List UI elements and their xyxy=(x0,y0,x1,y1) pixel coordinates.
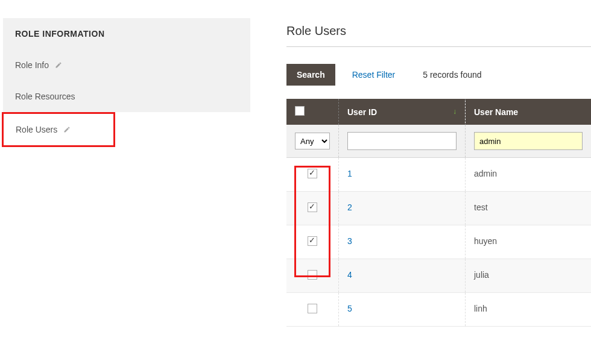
sidebar-item-role-users[interactable]: Role Users xyxy=(4,114,113,145)
row-checkbox[interactable] xyxy=(308,169,317,178)
sort-arrow-icon: ↓ xyxy=(453,107,457,116)
sidebar-item-role-info[interactable]: Role Info xyxy=(3,49,250,81)
table-row[interactable]: 3 huyen xyxy=(286,225,591,259)
row-checkbox[interactable] xyxy=(308,304,317,313)
user-id-link[interactable]: 4 xyxy=(347,270,352,280)
table-row[interactable]: 5 linh xyxy=(286,293,591,327)
header-checkbox-cell xyxy=(286,99,339,125)
sidebar: ROLE INFORMATION Role Info Role Resource… xyxy=(3,18,250,327)
user-id-link[interactable]: 1 xyxy=(347,169,352,178)
user-name-cell: test xyxy=(466,192,592,225)
main-panel: Role Users Search Reset Filter 5 records… xyxy=(286,18,591,327)
filter-user-name-input[interactable] xyxy=(474,132,583,150)
pencil-icon xyxy=(55,61,62,69)
user-id-link[interactable]: 5 xyxy=(347,304,352,313)
header-user-name[interactable]: User Name xyxy=(466,99,592,125)
sidebar-item-label: Role Resources xyxy=(15,92,75,101)
users-table: User ID ↓ User Name Any xyxy=(286,99,591,327)
user-name-cell: julia xyxy=(466,259,592,293)
records-found-text: 5 records found xyxy=(423,70,481,80)
user-id-link[interactable]: 2 xyxy=(347,202,352,212)
search-button[interactable]: Search xyxy=(286,64,335,86)
user-name-cell: admin xyxy=(466,158,592,192)
pencil-icon xyxy=(63,126,71,133)
user-id-link[interactable]: 3 xyxy=(347,236,352,246)
row-checkbox[interactable] xyxy=(308,202,317,212)
sidebar-heading: ROLE INFORMATION xyxy=(3,18,250,49)
user-name-cell: linh xyxy=(466,293,592,327)
row-checkbox[interactable] xyxy=(308,270,317,280)
filter-user-id-input[interactable] xyxy=(347,132,457,150)
page-title: Role Users xyxy=(286,24,591,47)
table-row[interactable]: 1 admin xyxy=(286,158,591,192)
row-checkbox[interactable] xyxy=(308,236,317,246)
select-all-checkbox[interactable] xyxy=(295,106,305,116)
filter-row: Any xyxy=(286,125,591,158)
sidebar-item-label: Role Users xyxy=(16,125,57,134)
filter-any-select[interactable]: Any xyxy=(295,133,330,149)
user-name-cell: huyen xyxy=(466,225,592,259)
table-row[interactable]: 4 julia xyxy=(286,259,591,293)
highlight-annotation: Role Users xyxy=(2,112,115,147)
table-row[interactable]: 2 test xyxy=(286,192,591,225)
toolbar: Search Reset Filter 5 records found xyxy=(286,64,591,86)
sidebar-item-label: Role Info xyxy=(15,60,49,70)
sidebar-item-role-resources[interactable]: Role Resources xyxy=(3,81,250,112)
reset-filter-link[interactable]: Reset Filter xyxy=(352,70,396,80)
header-user-id[interactable]: User ID ↓ xyxy=(339,99,466,125)
